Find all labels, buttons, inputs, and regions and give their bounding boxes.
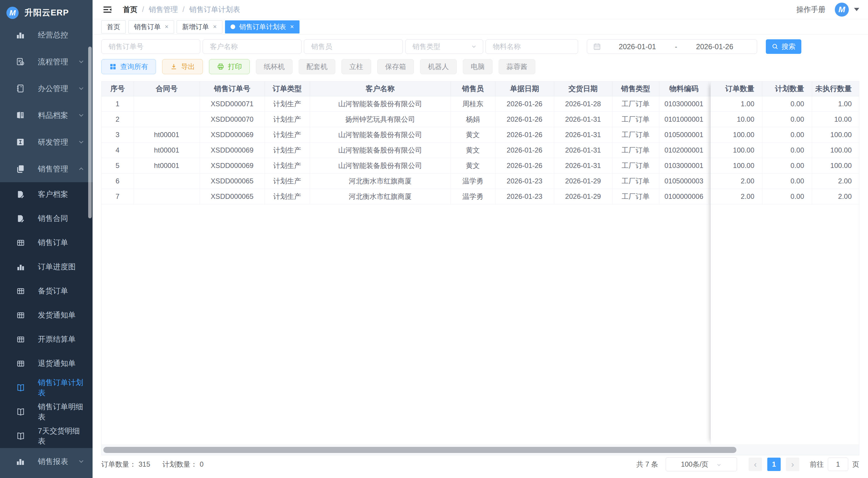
order-no-input[interactable]	[101, 39, 200, 54]
col-customer[interactable]: 客户名称	[310, 82, 451, 96]
col-order-no[interactable]: 销售订单号	[200, 82, 265, 96]
prev-page-button[interactable]: ‹	[749, 458, 762, 471]
current-page-button[interactable]: 1	[767, 458, 781, 471]
sidebar-item-label: 经营总控	[38, 30, 68, 40]
goto-page-input[interactable]	[828, 458, 848, 471]
sidebar-item-invoice-settlement[interactable]: 开票结算单	[0, 327, 93, 351]
sidebar-item-label: 销售订单计划表	[38, 378, 85, 398]
sidebar-item-sales-contract[interactable]: 销售合同	[0, 206, 93, 231]
next-page-button[interactable]: ›	[786, 458, 799, 471]
sidebar-item-order-progress-chart[interactable]: 订单进度图	[0, 255, 93, 279]
sidebar-item-rd-management[interactable]: 研发管理	[0, 129, 93, 155]
sidebar-item-label: 销售合同	[38, 213, 68, 223]
chevron-up-icon	[78, 165, 85, 173]
col-unexec-qty[interactable]: 未执行数量	[812, 82, 859, 96]
storage-box-button[interactable]: 保存箱	[377, 59, 414, 74]
salesman-input[interactable]	[304, 39, 403, 54]
tab-label: 新增订单	[182, 22, 209, 31]
table-row[interactable]: 10.000.0010.00	[711, 112, 859, 127]
col-order-qty[interactable]: 订单数量	[711, 82, 762, 96]
paper-cup-machine-button[interactable]: 纸杯机	[256, 59, 292, 74]
table-row[interactable]: 2.000.002.00	[711, 189, 859, 204]
sidebar-item-stock-order[interactable]: 备货订单	[0, 279, 93, 303]
sidebar-item-material-archives[interactable]: 料品档案	[0, 102, 93, 129]
table-row[interactable]: 1.000.001.00	[711, 96, 859, 112]
sidebar-item-7day-delivery-detail[interactable]: 7天交货明细表	[0, 424, 93, 448]
table-row[interactable]: 100.000.00100.00	[711, 142, 859, 158]
col-doc-date[interactable]: 单据日期	[495, 82, 554, 96]
breadcrumb-separator: /	[183, 5, 185, 14]
button-label: 打印	[228, 62, 242, 71]
robot-button[interactable]: 机器人	[420, 59, 457, 74]
sales-type-select[interactable]: 销售类型	[405, 39, 483, 54]
doc-edit-icon	[16, 190, 25, 199]
sales-submenu: 客户档案 销售合同 销售订单 订单进度图 备货订单 发货通知单	[0, 182, 93, 448]
app-title: 升阳云ERP	[25, 7, 69, 19]
avatar[interactable]: M	[835, 3, 849, 17]
sidebar-item-process-management[interactable]: 流程管理	[0, 48, 93, 75]
table-row[interactable]: 100.000.00100.00	[711, 158, 859, 173]
sidebar-scrollbar[interactable]	[88, 47, 92, 218]
export-button[interactable]: 导出	[162, 59, 203, 74]
sidebar-item-sales-order-plan[interactable]: 销售订单计划表	[0, 376, 93, 400]
page-size-select[interactable]: 100条/页	[666, 457, 737, 471]
caret-down-icon[interactable]	[854, 8, 859, 11]
breadcrumb-sales-management[interactable]: 销售管理	[149, 5, 178, 14]
col-material-code[interactable]: 物料编码	[659, 82, 709, 96]
open-book-icon	[16, 432, 25, 441]
sidebar-item-label: 办公管理	[38, 84, 68, 94]
col-salesman[interactable]: 销售员	[451, 82, 495, 96]
table-row[interactable]: 100.000.00100.00	[711, 127, 859, 142]
col-contract[interactable]: 合同号	[134, 82, 200, 96]
sidebar-item-sales-order[interactable]: 销售订单	[0, 231, 93, 255]
breadcrumb: 首页 / 销售管理 / 销售订单计划表	[123, 5, 240, 14]
sidebar-item-return-notice[interactable]: 退货通知单	[0, 351, 93, 376]
close-icon[interactable]: ×	[165, 23, 168, 31]
close-icon[interactable]: ×	[213, 23, 217, 31]
breadcrumb-home[interactable]: 首页	[123, 5, 137, 14]
close-icon[interactable]: ×	[290, 23, 294, 31]
computer-button[interactable]: 电脑	[463, 59, 493, 74]
col-plan-qty[interactable]: 计划数量	[762, 82, 812, 96]
data-table: 序号 合同号 销售订单号 订单类型 客户名称 销售员 单据日期 交货日期 销售类…	[101, 81, 859, 455]
sidebar-item-customer-archives[interactable]: 客户档案	[0, 182, 93, 206]
col-order-type[interactable]: 订单类型	[265, 82, 310, 96]
sidebar-item-sales-order-detail[interactable]: 销售订单明细表	[0, 400, 93, 424]
matching-machine-button[interactable]: 配套机	[299, 59, 335, 74]
button-label: 查询所有	[120, 62, 148, 71]
col-sales-type[interactable]: 销售类型	[612, 82, 659, 96]
sidebar-item-shipping-notice[interactable]: 发货通知单	[0, 303, 93, 327]
col-delivery-date[interactable]: 交货日期	[554, 82, 612, 96]
collapse-sidebar-icon[interactable]	[102, 5, 112, 14]
date-range-picker[interactable]: 2026-01-01 - 2026-01-26	[587, 39, 757, 54]
tab-home[interactable]: 首页	[101, 20, 126, 33]
col-seq[interactable]: 序号	[101, 82, 134, 96]
sidebar-item-business-overview[interactable]: 经营总控	[0, 22, 93, 48]
open-book-icon	[16, 383, 25, 392]
query-all-button[interactable]: 查询所有	[101, 59, 156, 74]
chart-icon	[16, 457, 25, 466]
sidebar-item-sales-reports[interactable]: 销售报表	[0, 448, 93, 475]
scrollbar-thumb[interactable]	[103, 447, 737, 453]
search-button[interactable]: 搜索	[766, 39, 801, 54]
sidebar-item-label: 客户档案	[38, 189, 68, 200]
material-name-input[interactable]	[486, 39, 578, 54]
date-end-value[interactable]: 2026-01-26	[679, 42, 751, 51]
sidebar-menu: 经营总控 流程管理 办公管理 料品档案 研发管理	[0, 22, 93, 182]
tab-sales-order-plan[interactable]: 销售订单计划表 ×	[225, 20, 300, 33]
table-row[interactable]: 2.000.002.00	[711, 173, 859, 189]
date-start-value[interactable]: 2026-01-01	[601, 42, 674, 51]
button-label: 导出	[181, 62, 195, 71]
tab-new-order[interactable]: 新增订单 ×	[177, 20, 222, 33]
horizontal-scrollbar[interactable]	[101, 445, 859, 455]
tab-label: 销售订单计划表	[239, 22, 286, 31]
customer-name-input[interactable]	[203, 39, 302, 54]
sidebar-item-office-management[interactable]: 办公管理	[0, 75, 93, 102]
sidebar-item-sales-management[interactable]: 销售管理	[0, 155, 93, 182]
column-button[interactable]: 立柱	[341, 59, 371, 74]
manual-link[interactable]: 操作手册	[796, 5, 826, 14]
print-button[interactable]: 打印	[209, 59, 250, 74]
tab-label: 销售订单	[134, 22, 161, 31]
garlic-sauce-button[interactable]: 蒜蓉酱	[499, 59, 535, 74]
tab-sales-order[interactable]: 销售订单 ×	[128, 20, 174, 33]
